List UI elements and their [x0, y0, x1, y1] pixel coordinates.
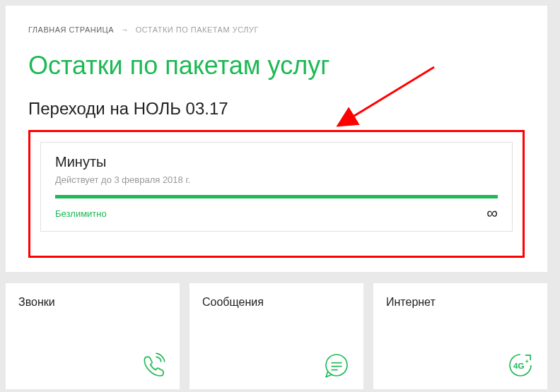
package-footer: Безлимитно ∞: [55, 206, 498, 221]
breadcrumb-home[interactable]: ГЛАВНАЯ СТРАНИЦА: [28, 25, 114, 34]
service-card-calls[interactable]: Звонки: [6, 283, 180, 389]
internet-4g-icon: 4G +: [506, 351, 535, 379]
messages-icon: [322, 351, 351, 379]
breadcrumb-current: ОСТАТКИ ПО ПАКЕТАМ УСЛУГ: [136, 25, 259, 34]
svg-point-1: [326, 355, 347, 376]
plan-name: Переходи на НОЛЬ 03.17: [28, 99, 525, 119]
breadcrumb: ГЛАВНАЯ СТРАНИЦА → ОСТАТКИ ПО ПАКЕТАМ УС…: [28, 25, 525, 34]
svg-text:+: +: [525, 358, 529, 365]
service-label: Звонки: [18, 296, 167, 309]
breadcrumb-arrow-icon: →: [121, 25, 129, 34]
package-valid-until: Действует до 3 февраля 2018 г.: [55, 174, 498, 185]
page-title: Остатки по пакетам услуг: [28, 51, 525, 81]
service-card-messages[interactable]: Сообщения: [189, 283, 363, 389]
package-title: Минуты: [55, 154, 498, 170]
infinity-icon: ∞: [486, 206, 498, 221]
progress-bar: [55, 195, 498, 198]
service-cards-row: Звонки Сообщения Интернет: [6, 283, 547, 389]
service-label: Сообщения: [202, 296, 351, 309]
highlight-annotation-box: Минуты Действует до 3 февраля 2018 г. Бе…: [28, 130, 525, 258]
main-panel: ГЛАВНАЯ СТРАНИЦА → ОСТАТКИ ПО ПАКЕТАМ УС…: [6, 6, 547, 272]
package-status: Безлимитно: [55, 208, 107, 219]
svg-text:4G: 4G: [513, 361, 525, 370]
service-label: Интернет: [386, 296, 535, 309]
service-card-internet[interactable]: Интернет 4G +: [373, 283, 547, 389]
package-card-minutes[interactable]: Минуты Действует до 3 февраля 2018 г. Бе…: [40, 142, 513, 232]
calls-icon: [139, 351, 167, 379]
